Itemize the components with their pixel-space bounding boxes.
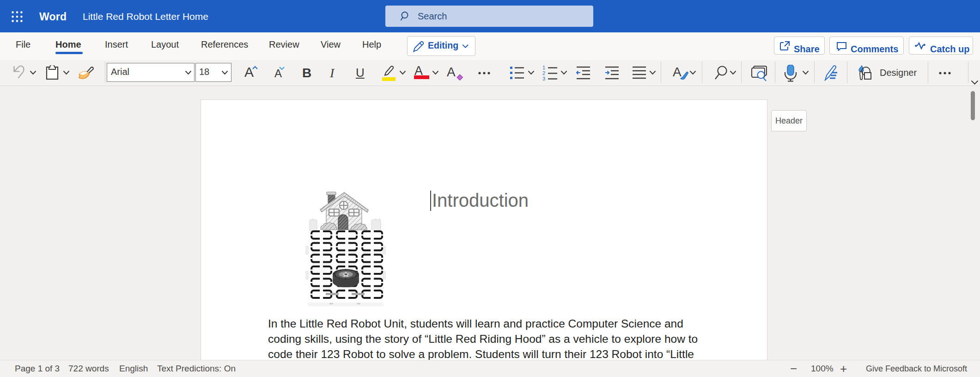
svg-text:2: 2 xyxy=(542,70,545,76)
svg-text:3: 3 xyxy=(542,76,545,81)
svg-text:1: 1 xyxy=(542,65,545,70)
